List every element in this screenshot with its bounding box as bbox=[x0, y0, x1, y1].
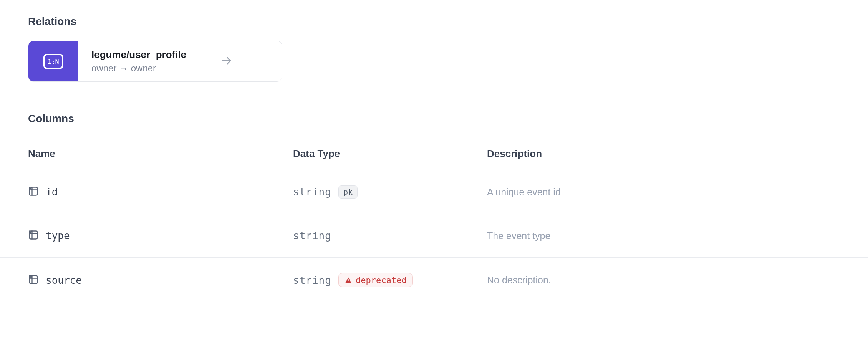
header-name: Name bbox=[28, 148, 293, 160]
svg-rect-18 bbox=[348, 279, 349, 281]
column-datatype: string bbox=[293, 275, 331, 286]
column-icon bbox=[28, 230, 39, 242]
column-name: type bbox=[46, 230, 70, 242]
column-icon bbox=[28, 274, 39, 286]
columns-heading: Columns bbox=[28, 113, 868, 125]
warning-icon bbox=[345, 277, 352, 284]
pk-badge: pk bbox=[338, 185, 358, 199]
relation-type-icon-box: 1:N bbox=[28, 41, 78, 81]
relation-card[interactable]: 1:N legume/user_profile owner → owner bbox=[28, 41, 282, 82]
column-icon bbox=[28, 186, 39, 198]
header-datatype: Data Type bbox=[293, 148, 487, 160]
arrow-right-icon bbox=[221, 55, 232, 68]
svg-rect-19 bbox=[348, 282, 349, 282]
column-datatype: string bbox=[293, 186, 331, 198]
table-row[interactable]: id string pk A unique event id bbox=[0, 170, 868, 214]
relation-mapping: owner → owner bbox=[91, 63, 186, 74]
column-name: id bbox=[46, 186, 58, 198]
table-row[interactable]: type string The event type bbox=[0, 214, 868, 257]
column-datatype: string bbox=[293, 230, 331, 242]
relations-heading: Relations bbox=[28, 15, 868, 28]
svg-text:1:N: 1:N bbox=[48, 58, 59, 65]
column-description: A unique event id bbox=[487, 187, 868, 198]
relation-title: legume/user_profile bbox=[91, 49, 186, 61]
header-description: Description bbox=[487, 148, 868, 160]
column-description: No description. bbox=[487, 275, 868, 286]
column-description: The event type bbox=[487, 230, 868, 242]
columns-table-header: Name Data Type Description bbox=[28, 138, 868, 170]
deprecated-label: deprecated bbox=[356, 275, 406, 285]
one-to-many-icon: 1:N bbox=[43, 54, 63, 69]
deprecated-badge: deprecated bbox=[338, 273, 413, 287]
column-name: source bbox=[46, 275, 82, 286]
table-row[interactable]: source string deprecated No description. bbox=[0, 257, 868, 303]
